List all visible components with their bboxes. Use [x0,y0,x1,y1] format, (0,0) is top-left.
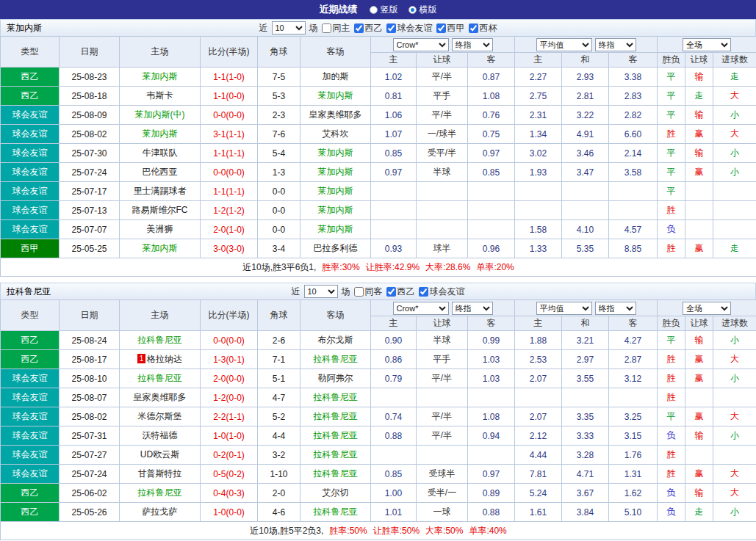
average-select[interactable]: 平均值 [536,302,592,315]
summary-stat: 胜率:30% [322,262,359,272]
league-checkbox[interactable] [469,23,478,33]
handicap-line: 平手 [417,350,468,369]
summary-prefix: 近10场,胜3平6负1, [242,262,316,272]
handicap-home-odds: 0.81 [371,87,417,106]
league-checkbox[interactable] [436,23,446,33]
score-cell: 1-1(1-0) [201,68,258,87]
scope-select[interactable]: 全场 [683,38,731,51]
league-cell: 西乙 [1,350,60,369]
league-filter[interactable]: 球会友谊 [386,22,433,35]
corners-cell: 5-2 [258,407,300,426]
same-venue-checkbox[interactable] [354,287,364,297]
avg-away-odds: 3.15 [609,426,658,446]
away-team-name: 艾尔切 [323,487,349,498]
col-header-score: 比分(半场) [201,300,258,331]
col-header-score: 比分(半场) [201,37,258,68]
radio-icon [408,6,417,14]
score-cell: 1-2(0-0) [201,388,258,407]
home-team-cell: 沃特福德 [120,426,201,446]
away-team-cell: 加的斯 [300,68,371,87]
result-handicap: 输 [685,484,713,503]
corners-cell: 2-3 [258,106,300,125]
away-team-name: 拉科鲁尼亚 [314,430,358,440]
score-cell: 0-2(0-1) [201,446,258,465]
home-team-name: 莱加内斯 [143,71,178,81]
date-cell: 25-07-24 [60,465,120,484]
result-outcome: 胜 [658,388,685,407]
corners-cell: 7-5 [258,68,300,87]
match-row: 球会友谊25-08-10拉科鲁尼亚2-0(0-0)5-1勒阿弗尔0.79平/半1… [1,369,756,388]
col-header-home: 主场 [120,37,201,68]
avg-draw-odds: 3.67 [562,484,609,503]
odds-stage-select[interactable]: 终指 [452,302,493,315]
topbar: 近期战绩 竖版横版 [0,0,756,19]
league-checkbox[interactable] [354,23,364,33]
handicap-home-odds: 0.79 [371,369,417,388]
result-goals: 大 [713,350,756,369]
avg-draw-odds: 3.22 [562,106,609,125]
view-radio-vertical[interactable]: 竖版 [370,4,398,16]
average-stage-select[interactable]: 终指 [595,38,636,51]
corners-cell: 4-7 [258,388,300,407]
league-checkbox[interactable] [386,287,396,297]
handicap-away-odds: 0.97 [468,465,515,484]
avg-away-odds [609,388,658,407]
same-venue-checkbox[interactable] [322,23,331,33]
away-team-name: 勒阿弗尔 [318,373,353,383]
match-row: 西乙25-06-02拉科鲁尼亚0-4(0-3)2-0艾尔切1.00受半/一0.8… [1,484,756,503]
handicap-away-odds [468,220,515,239]
scope-select[interactable]: 全场 [683,302,731,315]
result-handicap: 输 [685,68,713,87]
match-row: 球会友谊25-08-02米德尔斯堡2-2(1-1)5-2拉科鲁尼亚0.74平/半… [1,407,756,426]
avg-draw-odds [562,388,609,407]
same-venue-filter[interactable]: 同客 [354,286,383,298]
match-row: 西乙25-08-171格拉纳达1-3(0-1)7-1拉科鲁尼亚0.86平手1.0… [1,350,756,369]
league-filter[interactable]: 西乙 [386,286,415,298]
result-outcome: 平 [658,144,685,163]
avg-home-odds [515,182,562,201]
result-handicap: 赢 [685,125,713,144]
league-cell: 球会友谊 [1,201,60,220]
avg-draw-odds: 4.10 [562,220,609,239]
league-filter[interactable]: 西甲 [436,22,465,35]
league-cell: 球会友谊 [1,407,60,426]
away-team-name: 莱加内斯 [318,167,353,177]
odds-stage-select[interactable]: 终指 [452,38,493,51]
match-count-select[interactable]: 10 [272,21,306,35]
league-cell: 球会友谊 [1,125,60,144]
subcol-header: 让球 [685,316,713,331]
home-team-name: 美洲狮 [147,224,173,234]
subcol-header: 让球 [417,316,468,331]
view-radio-horizontal[interactable]: 横版 [408,4,437,16]
league-filter[interactable]: 球会友谊 [419,286,465,298]
league-cell: 球会友谊 [1,106,60,125]
league-filter[interactable]: 西乙 [354,22,383,35]
away-team-name: 莱加内斯 [318,186,353,196]
average-select[interactable]: 平均值 [536,38,592,51]
result-goals: 大 [713,87,756,106]
league-checkbox[interactable] [386,23,396,33]
league-filter[interactable]: 西杯 [469,22,497,35]
away-team-name: 布尔戈斯 [318,335,353,345]
handicap-away-odds: 0.97 [468,144,515,163]
away-team-cell: 巴拉多利德 [300,239,371,258]
bookmaker-select[interactable]: Crow* [393,38,449,51]
home-team-name: 莱加内斯 [143,128,178,139]
average-stage-select[interactable]: 终指 [595,302,636,315]
match-row: 西乙25-08-24拉科鲁尼亚0-0(0-0)2-6布尔戈斯0.90半球0.99… [1,331,756,350]
handicap-away-odds [468,446,515,465]
avg-away-odds: 8.85 [609,239,658,258]
league-cell: 西甲 [1,239,60,258]
same-venue-filter[interactable]: 同主 [322,22,350,35]
match-count-select[interactable]: 10 [304,285,338,298]
match-row: 西乙25-05-26萨拉戈萨1-0(0-0)4-6拉科鲁尼亚1.01一球0.88… [1,503,756,522]
match-row: 西甲25-05-25莱加内斯3-0(3-0)3-4巴拉多利德0.93球半0.96… [1,239,756,258]
away-team-name: 莱加内斯 [318,148,353,158]
result-outcome: 胜 [658,465,685,484]
col-header-date: 日期 [60,300,120,331]
league-cell: 球会友谊 [1,388,60,407]
league-cell: 球会友谊 [1,182,60,201]
bookmaker-select[interactable]: Crow* [393,302,449,315]
league-checkbox[interactable] [419,287,428,297]
league-label: 球会友谊 [430,286,465,298]
